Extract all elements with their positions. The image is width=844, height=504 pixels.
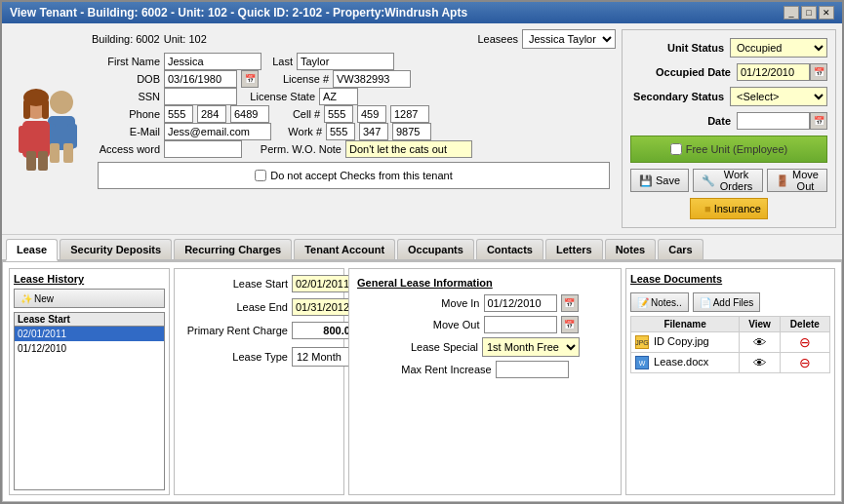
lease-history-title: Lease History bbox=[14, 273, 165, 285]
free-unit-checkbox[interactable] bbox=[670, 143, 682, 155]
license-state-label: License State bbox=[249, 91, 315, 102]
date-input[interactable] bbox=[737, 112, 810, 130]
building-label: Building: 6002 bbox=[92, 33, 160, 45]
lease-new-button[interactable]: ✨ New bbox=[14, 289, 165, 308]
lease-special-label: Lease Special bbox=[390, 341, 478, 353]
file-delete-button[interactable]: ⊖ bbox=[799, 334, 811, 350]
occupied-date-input[interactable] bbox=[737, 63, 810, 81]
tab-letters[interactable]: Letters bbox=[545, 239, 603, 259]
move-in-cal-button[interactable]: 📅 bbox=[561, 294, 579, 312]
file-delete-button[interactable]: ⊖ bbox=[799, 355, 811, 370]
secondary-status-select[interactable]: <Select> bbox=[730, 87, 827, 106]
lease-special-select[interactable]: 1st Month Free None 2nd Month Free bbox=[482, 337, 580, 357]
svg-rect-9 bbox=[42, 99, 49, 119]
lease-type-label: Lease Type bbox=[181, 351, 288, 363]
jpg-icon: JPG bbox=[635, 335, 649, 349]
svg-rect-11 bbox=[19, 126, 28, 153]
tab-lease[interactable]: Lease bbox=[6, 239, 58, 261]
move-in-row: Move In 📅 bbox=[357, 294, 613, 312]
move-out-button[interactable]: 🚪 Move Out bbox=[767, 169, 827, 192]
dob-label: DOB bbox=[92, 73, 160, 85]
date-calendar-button[interactable]: 📅 bbox=[810, 112, 827, 130]
cell-label: Cell # bbox=[281, 108, 320, 120]
max-rent-row: Max Rent Increase bbox=[357, 361, 613, 378]
move-in-label: Move In bbox=[392, 297, 480, 309]
filename-col-header: Filename bbox=[631, 317, 740, 332]
date-label: Date bbox=[630, 115, 731, 127]
no-checks-label[interactable]: Do not accept Checks from this tenant bbox=[255, 170, 452, 181]
last-label: Last bbox=[265, 56, 293, 67]
work3-input[interactable] bbox=[392, 123, 431, 140]
move-in-input[interactable] bbox=[484, 294, 557, 312]
svg-rect-13 bbox=[26, 151, 36, 171]
ssn-input[interactable] bbox=[164, 88, 237, 105]
license-state-input[interactable] bbox=[319, 88, 358, 105]
save-button[interactable]: 💾 Save bbox=[630, 169, 689, 192]
lease-start-row: Lease Start 📅 bbox=[181, 275, 338, 292]
first-name-input[interactable] bbox=[164, 53, 261, 70]
lessee-area: Leasees Jessica Taylor bbox=[477, 29, 616, 49]
access-input[interactable] bbox=[164, 140, 242, 158]
no-checks-checkbox[interactable] bbox=[255, 170, 266, 181]
access-row: Access word Perm. W.O. Note bbox=[92, 140, 616, 158]
add-files-icon: 📄 bbox=[700, 297, 711, 308]
tab-tenant-account[interactable]: Tenant Account bbox=[294, 239, 395, 259]
svg-rect-8 bbox=[23, 99, 30, 119]
lease-list-item[interactable]: 02/01/2011 bbox=[15, 327, 164, 341]
file-delete-cell: ⊖ bbox=[780, 332, 829, 353]
work-orders-button[interactable]: 🔧 Work Orders bbox=[693, 169, 763, 192]
lease-start-label: Lease Start bbox=[181, 278, 288, 290]
occupied-date-row: Occupied Date 📅 bbox=[630, 63, 827, 81]
file-view-button[interactable]: 👁 bbox=[753, 335, 766, 350]
email-input[interactable] bbox=[164, 123, 271, 140]
window-controls: _ □ ✕ bbox=[784, 6, 834, 19]
max-rent-input[interactable] bbox=[496, 361, 569, 378]
save-icon: 💾 bbox=[639, 174, 653, 187]
file-view-button[interactable]: 👁 bbox=[753, 356, 766, 370]
primary-rent-row: Primary Rent Charge bbox=[181, 322, 338, 339]
file-view-cell: 👁 bbox=[740, 332, 781, 353]
avatar-area bbox=[8, 29, 86, 228]
dob-input[interactable] bbox=[164, 70, 237, 88]
lessee-select[interactable]: Jessica Taylor bbox=[522, 29, 616, 49]
tab-cars[interactable]: Cars bbox=[658, 239, 703, 259]
lease-list-header: Lease Start bbox=[15, 313, 164, 327]
svg-rect-5 bbox=[63, 143, 73, 163]
last-name-input[interactable] bbox=[297, 53, 394, 70]
move-out-input[interactable] bbox=[484, 316, 557, 333]
work1-input[interactable] bbox=[326, 123, 355, 140]
tab-recurring[interactable]: Recurring Charges bbox=[174, 239, 292, 259]
svg-rect-12 bbox=[40, 126, 50, 153]
phone1-input[interactable] bbox=[164, 105, 193, 123]
free-unit-button[interactable]: Free Unit (Employee) bbox=[630, 136, 827, 163]
cell2-input[interactable] bbox=[357, 105, 386, 123]
cell1-input[interactable] bbox=[324, 105, 353, 123]
occupied-date-calendar-button[interactable]: 📅 bbox=[810, 63, 827, 81]
cell3-input[interactable] bbox=[390, 105, 429, 123]
dob-calendar-button[interactable]: 📅 bbox=[241, 70, 259, 88]
tab-occupants[interactable]: Occupants bbox=[397, 239, 474, 259]
phone2-input[interactable] bbox=[197, 105, 226, 123]
general-lease-panel: General Lease Information Move In 📅 Move… bbox=[348, 268, 622, 495]
license-input[interactable] bbox=[333, 70, 411, 88]
close-button[interactable]: ✕ bbox=[819, 6, 834, 19]
lease-list-item[interactable]: 01/12/2010 bbox=[15, 341, 164, 356]
insurance-button[interactable]: ■ Insurance bbox=[690, 198, 768, 219]
ssn-row: SSN License State bbox=[92, 88, 616, 105]
unit-status-select[interactable]: Occupied bbox=[730, 38, 827, 58]
insurance-icon: ■ bbox=[704, 203, 711, 214]
main-window: View Tenant - Building: 6002 - Unit: 102… bbox=[0, 0, 844, 504]
move-out-cal-button[interactable]: 📅 bbox=[561, 316, 579, 333]
tab-security[interactable]: Security Deposits bbox=[60, 239, 172, 259]
unit-label: Unit: 102 bbox=[164, 33, 207, 45]
perm-note-input[interactable] bbox=[345, 140, 472, 158]
work2-input[interactable] bbox=[359, 123, 388, 140]
maximize-button[interactable]: □ bbox=[801, 6, 817, 19]
tab-notes[interactable]: Notes bbox=[605, 239, 657, 259]
tab-contacts[interactable]: Contacts bbox=[476, 239, 543, 259]
minimize-button[interactable]: _ bbox=[784, 6, 799, 19]
docs-title: Lease Documents bbox=[630, 273, 722, 285]
add-files-button[interactable]: 📄 Add Files bbox=[693, 292, 761, 312]
phone3-input[interactable] bbox=[230, 105, 269, 123]
notes-button[interactable]: 📝 Notes.. bbox=[630, 292, 689, 312]
